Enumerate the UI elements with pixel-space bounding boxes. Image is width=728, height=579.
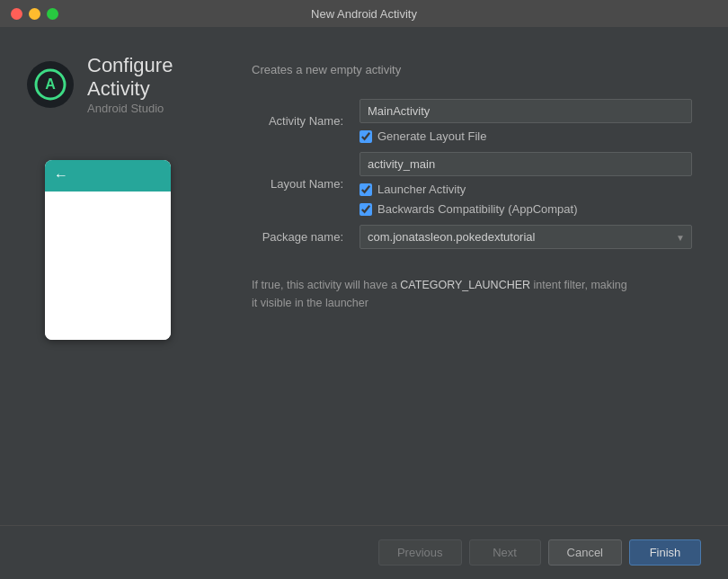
info-box: If true, this activity will have a CATEG… <box>252 276 692 312</box>
footer: Previous Next Cancel Finish <box>0 525 728 579</box>
generate-layout-checkbox[interactable] <box>360 130 372 143</box>
launcher-activity-row: Launcher Activity <box>360 183 692 196</box>
header-section: A Configure Activity Android Studio <box>27 54 216 115</box>
generate-layout-label[interactable]: Generate Layout File <box>377 129 486 143</box>
generate-layout-row: Generate Layout File <box>360 129 692 143</box>
svg-text:A: A <box>45 76 56 92</box>
backwards-compat-checkbox[interactable] <box>360 203 372 216</box>
phone-toolbar: ← <box>45 160 171 192</box>
package-name-wrapper: com.jonatasleon.pokedextutorial ▼ <box>360 225 692 249</box>
android-studio-logo: A <box>27 61 74 108</box>
finish-button[interactable]: Finish <box>629 539 701 566</box>
activity-name-label: Activity Name: <box>252 114 351 128</box>
left-panel: A Configure Activity Android Studio ← <box>0 27 234 525</box>
header-text: Configure Activity Android Studio <box>87 54 216 115</box>
page-subtitle: Android Studio <box>87 102 216 115</box>
cancel-button[interactable]: Cancel <box>548 539 622 566</box>
launcher-activity-label[interactable]: Launcher Activity <box>377 183 466 196</box>
right-panel: Creates a new empty activity Activity Na… <box>234 27 728 525</box>
info-text-line3: it visible in the launcher <box>252 297 368 309</box>
page-title: Configure Activity <box>87 54 216 102</box>
package-name-label: Package name: <box>252 230 351 244</box>
activity-name-input[interactable] <box>360 99 692 123</box>
phone-preview: ← <box>45 160 171 340</box>
previous-button[interactable]: Previous <box>378 539 462 566</box>
form-grid: Activity Name: Generate Layout File Layo… <box>252 99 692 249</box>
layout-name-input[interactable] <box>360 152 692 176</box>
backwards-compat-label[interactable]: Backwards Compatibility (AppCompat) <box>377 202 578 216</box>
title-bar-buttons <box>11 8 58 20</box>
info-text-line1: If true, this activity will have a <box>252 279 400 291</box>
window-title: New Android Activity <box>311 7 417 21</box>
layout-name-field: Launcher Activity Backwards Compatibilit… <box>360 152 692 216</box>
close-button[interactable] <box>11 8 22 20</box>
info-text-line2: intent filter, making <box>530 279 627 291</box>
maximize-button[interactable] <box>47 8 58 20</box>
info-text-highlight: CATEGORY_LAUNCHER <box>400 279 530 291</box>
next-button[interactable]: Next <box>469 539 541 566</box>
package-name-select[interactable]: com.jonatasleon.pokedextutorial <box>360 225 692 249</box>
phone-body <box>45 192 171 340</box>
activity-name-field: Generate Layout File <box>360 99 692 143</box>
back-arrow-icon: ← <box>54 167 68 183</box>
launcher-activity-checkbox[interactable] <box>360 183 372 196</box>
minimize-button[interactable] <box>29 8 40 20</box>
form-subtitle: Creates a new empty activity <box>252 63 692 76</box>
title-bar: New Android Activity <box>0 0 728 27</box>
main-content: A Configure Activity Android Studio ← Cr… <box>0 27 728 525</box>
backwards-compat-row: Backwards Compatibility (AppCompat) <box>360 202 692 216</box>
layout-name-label: Layout Name: <box>252 177 351 191</box>
